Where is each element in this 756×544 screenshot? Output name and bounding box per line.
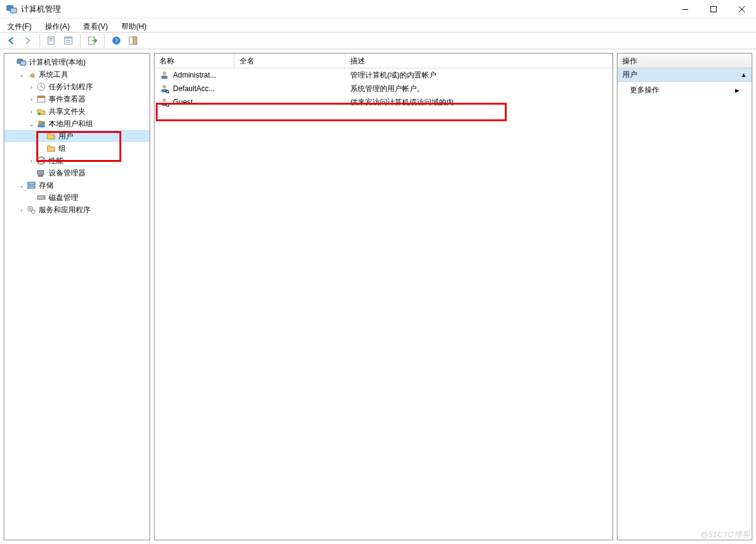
column-fullname[interactable]: 全名: [235, 54, 345, 69]
tree-label: 性能: [49, 156, 63, 166]
expander-icon[interactable]: ›: [26, 96, 36, 103]
svg-point-22: [38, 121, 42, 124]
svg-rect-6: [49, 41, 53, 41]
tree-label: 计算机管理(本地): [29, 57, 86, 68]
expander-icon[interactable]: ⌄: [26, 121, 36, 127]
tree-label: 用户: [58, 131, 73, 142]
cell-description: 管理计算机(域)的内置帐户: [345, 70, 613, 81]
svg-point-40: [163, 98, 166, 102]
tree-pane[interactable]: 计算机管理(本地) ⌄ 系统工具 › 任务计划程序: [4, 53, 150, 540]
tree-disk-management[interactable]: 磁盘管理: [4, 191, 150, 204]
actions-header: 操作: [617, 54, 752, 68]
svg-rect-20: [38, 96, 45, 98]
menu-action[interactable]: 操作(A): [42, 20, 72, 30]
tree-users[interactable]: 用户: [4, 130, 150, 142]
list-header[interactable]: 名称 全名 描述: [155, 54, 613, 68]
tree-system-tools[interactable]: ⌄ 系统工具: [4, 68, 150, 81]
clock-icon: [36, 82, 46, 92]
list-row-guest[interactable]: Guest 供来宾访问计算机或访问域的内...: [155, 95, 613, 109]
tree-label: 事件查看器: [49, 94, 86, 105]
expander-icon[interactable]: ⌄: [17, 71, 26, 78]
folder-icon: [46, 143, 56, 153]
menu-file[interactable]: 文件(F): [5, 20, 34, 30]
cell-name: DefaultAcc...: [155, 84, 235, 94]
expander-icon[interactable]: ›: [26, 108, 36, 115]
expander-icon[interactable]: ›: [26, 158, 36, 164]
tree-local-users-groups[interactable]: ⌄ 本地用户和组: [4, 118, 150, 130]
tree-device-manager[interactable]: 设备管理器: [4, 167, 150, 179]
tree-services-apps[interactable]: › 服务和应用程序: [4, 204, 150, 216]
svg-rect-24: [38, 124, 45, 127]
actions-more-label: 更多操作: [630, 85, 659, 95]
svg-rect-1: [10, 8, 17, 13]
export-icon: [87, 36, 97, 46]
tree-label: 本地用户和组: [49, 119, 93, 129]
user-disabled-icon: [159, 97, 169, 107]
column-name[interactable]: 名称: [155, 54, 235, 69]
svg-point-42: [166, 104, 169, 106]
event-viewer-icon: [36, 94, 46, 104]
device-manager-icon: [36, 168, 46, 178]
tree-label: 系统工具: [39, 70, 68, 80]
expander-icon[interactable]: ⌄: [17, 182, 26, 189]
svg-rect-9: [66, 40, 71, 41]
performance-icon: [36, 156, 46, 166]
svg-text:?: ?: [115, 38, 118, 44]
expander-icon[interactable]: ›: [26, 84, 36, 90]
list-row-defaultaccount[interactable]: DefaultAcc... 系统管理的用户帐户。: [155, 82, 613, 95]
svg-rect-26: [38, 170, 44, 175]
list-pane[interactable]: 名称 全名 描述 Administrat... 管理计算机(域)的内置帐户: [154, 53, 613, 540]
tree-label: 设备管理器: [49, 168, 86, 178]
cell-name: Administrat...: [155, 70, 235, 80]
svg-point-33: [31, 210, 35, 214]
help-button[interactable]: ?: [109, 34, 124, 47]
tree-storage[interactable]: ⌄ 存储: [4, 179, 150, 191]
title-bar[interactable]: 计算机管理: [0, 0, 756, 18]
close-button[interactable]: [728, 0, 756, 18]
minimize-button[interactable]: [671, 0, 699, 18]
cell-text: Guest: [173, 98, 193, 106]
svg-rect-8: [65, 37, 72, 39]
disk-mgmt-icon: [36, 193, 46, 202]
menu-help[interactable]: 帮助(H): [119, 20, 149, 30]
tree-event-viewer[interactable]: › 事件查看器: [4, 93, 150, 105]
refresh-list-button[interactable]: [61, 34, 76, 47]
svg-rect-3: [711, 6, 717, 12]
actions-sub-label: 用户: [622, 70, 637, 80]
actions-more[interactable]: 更多操作 ▶: [617, 82, 752, 98]
tree-label: 共享文件夹: [49, 106, 86, 117]
user-disabled-icon: [159, 84, 169, 94]
tree-groups[interactable]: 组: [4, 142, 150, 154]
export-button[interactable]: [85, 34, 100, 47]
toolbar-separator: [80, 34, 81, 47]
column-description[interactable]: 描述: [345, 54, 613, 69]
svg-rect-2: [682, 9, 688, 10]
tile-button[interactable]: [126, 34, 140, 47]
user-icon: [159, 70, 169, 80]
maximize-button[interactable]: [699, 0, 728, 18]
svg-rect-34: [29, 207, 31, 210]
svg-rect-15: [133, 37, 137, 44]
list-row-administrator[interactable]: Administrat... 管理计算机(域)的内置帐户: [155, 68, 613, 82]
back-arrow-icon: [6, 36, 16, 46]
cell-description: 系统管理的用户帐户。: [345, 84, 613, 94]
tree-label: 组: [58, 143, 66, 154]
svg-point-39: [166, 90, 169, 93]
tree-task-scheduler[interactable]: › 任务计划程序: [4, 81, 150, 93]
tree-shared-folders[interactable]: › 共享文件夹: [4, 105, 150, 118]
properties-button[interactable]: [44, 34, 59, 47]
actions-sub-header[interactable]: 用户 ▲: [617, 68, 752, 82]
expander-icon[interactable]: ›: [17, 207, 26, 214]
storage-icon: [26, 180, 36, 190]
toolbar-separator: [104, 34, 105, 47]
menu-view[interactable]: 查看(V): [81, 20, 110, 30]
tree-performance[interactable]: › 性能: [4, 154, 150, 167]
tree-root[interactable]: 计算机管理(本地): [4, 56, 150, 68]
svg-rect-10: [66, 42, 71, 42]
actions-pane[interactable]: 操作 用户 ▲ 更多操作 ▶: [617, 53, 752, 540]
back-button[interactable]: [4, 34, 18, 47]
svg-rect-5: [49, 38, 53, 39]
collapse-icon[interactable]: ▲: [741, 71, 747, 78]
forward-button[interactable]: [20, 34, 35, 47]
svg-rect-36: [161, 76, 167, 79]
